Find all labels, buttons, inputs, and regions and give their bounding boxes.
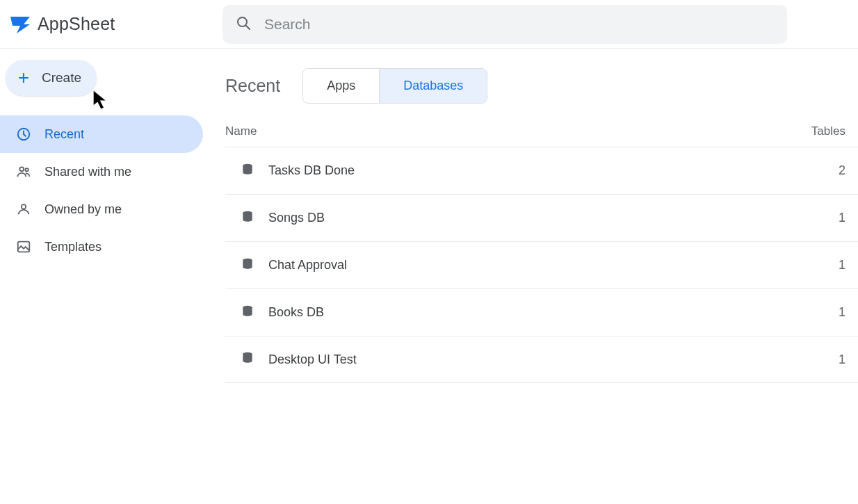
sidebar-item-label: Owned by me: [44, 202, 122, 217]
row-name: Desktop UI Test: [268, 352, 797, 367]
list-row[interactable]: Desktop UI Test 1: [225, 336, 858, 383]
row-tables: 1: [797, 352, 845, 367]
search-icon: [235, 15, 252, 34]
sidebar-item-owned[interactable]: Owned by me: [0, 190, 203, 228]
tab-group: Apps Databases: [302, 68, 487, 104]
sidebar-item-label: Templates: [44, 240, 102, 254]
brand: AppSheet: [8, 13, 222, 36]
list-row[interactable]: Chat Approval 1: [225, 241, 858, 288]
sidebar-item-shared[interactable]: Shared with me: [0, 153, 203, 190]
topbar: AppSheet: [0, 0, 858, 49]
database-icon: [241, 257, 256, 274]
main: Recent Apps Databases Name Tables Tasks …: [203, 49, 858, 504]
row-name: Tasks DB Done: [268, 163, 797, 178]
sidebar: + Create Recent: [0, 49, 203, 504]
database-icon: [241, 351, 256, 368]
row-name: Books DB: [268, 305, 797, 320]
image-icon: [15, 238, 32, 255]
svg-line-1: [246, 25, 250, 29]
row-tables: 1: [797, 305, 845, 320]
section-title: Recent: [225, 76, 280, 96]
search-input[interactable]: [264, 16, 775, 33]
appsheet-logo-icon: [8, 13, 32, 36]
svg-point-4: [25, 168, 28, 171]
nav: Recent Shared with me: [0, 115, 203, 266]
database-icon: [241, 304, 256, 321]
create-button[interactable]: + Create: [6, 60, 97, 96]
database-icon: [241, 210, 256, 227]
brand-name: AppSheet: [38, 14, 115, 34]
column-name: Name: [225, 124, 797, 138]
row-tables: 1: [797, 258, 845, 273]
column-tables: Tables: [797, 124, 845, 138]
search-box[interactable]: [222, 5, 787, 44]
row-tables: 1: [797, 211, 845, 225]
database-icon: [241, 163, 256, 179]
rows: Tasks DB Done 2 Songs DB 1 Chat Approval…: [225, 147, 858, 383]
row-name: Chat Approval: [268, 258, 797, 273]
clock-icon: [15, 126, 32, 143]
create-button-label: Create: [42, 70, 81, 86]
list-header: Name Tables: [225, 124, 858, 138]
svg-point-5: [22, 204, 26, 209]
list-row[interactable]: Tasks DB Done 2: [225, 147, 858, 194]
sidebar-item-templates[interactable]: Templates: [0, 228, 203, 266]
shell: + Create Recent: [0, 49, 858, 504]
tab-apps[interactable]: Apps: [303, 69, 379, 103]
sidebar-item-label: Recent: [44, 127, 84, 142]
sidebar-item-label: Shared with me: [44, 165, 131, 179]
section-header: Recent Apps Databases: [225, 68, 858, 104]
list-row[interactable]: Books DB 1: [225, 288, 858, 336]
list-row[interactable]: Songs DB 1: [225, 194, 858, 241]
svg-point-3: [19, 167, 24, 171]
plus-icon: +: [14, 68, 33, 88]
tab-databases[interactable]: Databases: [379, 69, 487, 103]
person-icon: [15, 201, 32, 218]
row-name: Songs DB: [268, 211, 797, 225]
people-icon: [15, 163, 32, 180]
row-tables: 2: [797, 163, 845, 178]
sidebar-item-recent[interactable]: Recent: [0, 115, 203, 153]
